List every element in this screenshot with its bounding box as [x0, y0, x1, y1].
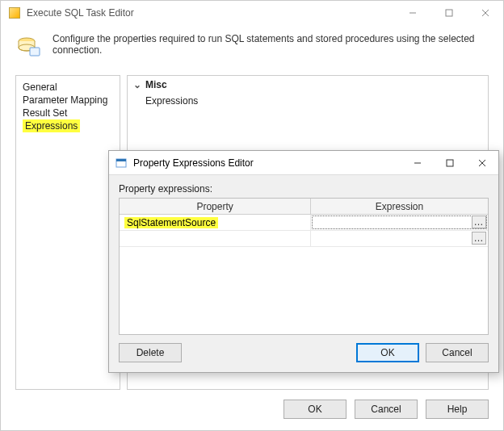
cell-property-value: SqlStatementSource [124, 217, 218, 228]
close-button[interactable] [467, 1, 503, 25]
help-button[interactable]: Help [426, 400, 489, 419]
cell-property[interactable]: SqlStatementSource [120, 215, 311, 230]
svg-rect-1 [446, 10, 452, 16]
app-icon [9, 7, 20, 19]
sidebar-item-result-set[interactable]: Result Set [23, 107, 113, 119]
description-row: Configure the properties required to run… [1, 25, 503, 75]
property-expressions-editor-dialog: Property Expressions Editor Property exp… [108, 150, 499, 373]
dialog-body: Property expressions: Property Expressio… [109, 175, 498, 335]
ellipsis-icon: … [474, 232, 485, 244]
grid-category-header[interactable]: ⌄ Misc [128, 76, 488, 94]
window-title: Execute SQL Task Editor [27, 7, 134, 19]
window-description: Configure the properties required to run… [52, 33, 489, 56]
minimize-icon [409, 9, 417, 17]
sidebar-item-expressions[interactable]: Expressions [23, 119, 80, 132]
delete-button[interactable]: Delete [119, 343, 182, 362]
grid-header-row: Property Expression [120, 199, 488, 215]
dialog-button-row: Delete OK Cancel [109, 335, 498, 372]
dialog-titlebar: Property Expressions Editor [109, 151, 498, 175]
ellipsis-icon: … [474, 216, 485, 228]
maximize-button[interactable] [430, 1, 467, 25]
dialog-maximize-button[interactable] [434, 152, 466, 174]
category-label: Misc [145, 79, 167, 90]
cancel-button[interactable]: Cancel [355, 400, 418, 419]
column-header-expression[interactable]: Expression [311, 199, 488, 214]
category-list: General Parameter Mapping Result Set Exp… [15, 75, 120, 390]
sidebar-item-general[interactable]: General [23, 81, 113, 94]
maximize-icon [446, 159, 454, 167]
expression-builder-button[interactable]: … [472, 232, 486, 245]
close-icon [481, 9, 489, 17]
property-expressions-label: Property expressions: [119, 183, 489, 195]
grid-row-expressions[interactable]: Expressions [128, 94, 488, 108]
grid-data-row[interactable]: SqlStatementSource … [120, 215, 488, 231]
titlebar: Execute SQL Task Editor [1, 1, 503, 25]
grid-row-label: Expressions [145, 95, 258, 107]
expression-builder-button[interactable]: … [472, 216, 486, 228]
maximize-icon [445, 9, 453, 17]
dialog-title: Property Expressions Editor [133, 157, 254, 169]
dialog-close-button[interactable] [466, 152, 498, 174]
svg-rect-6 [30, 48, 40, 56]
dialog-minimize-button[interactable] [401, 152, 434, 174]
minimize-button[interactable] [394, 1, 430, 25]
ok-button[interactable]: OK [284, 400, 346, 419]
dialog-cancel-button[interactable]: Cancel [426, 343, 489, 362]
chevron-down-icon: ⌄ [132, 79, 142, 90]
execute-sql-task-editor-window: Execute SQL Task Editor Configure the pr… [0, 0, 504, 431]
dialog-window-controls [401, 152, 498, 174]
dialog-ok-button[interactable]: OK [356, 343, 419, 362]
dialog-icon [116, 157, 127, 169]
minimize-icon [414, 159, 422, 167]
svg-rect-8 [116, 159, 126, 161]
window-controls [394, 1, 503, 25]
grid-empty-row[interactable]: … [120, 231, 488, 247]
main-button-row: OK Cancel Help [1, 390, 503, 430]
svg-rect-10 [447, 160, 453, 166]
cell-property-empty[interactable] [120, 231, 311, 246]
cell-expression-empty[interactable]: … [311, 231, 488, 246]
sidebar-item-parameter-mapping[interactable]: Parameter Mapping [23, 94, 113, 107]
column-header-property[interactable]: Property [120, 199, 311, 214]
close-icon [478, 159, 486, 167]
cell-expression[interactable]: … [311, 215, 488, 230]
property-expressions-grid: Property Expression SqlStatementSource … [119, 198, 489, 335]
task-icon [15, 33, 41, 59]
